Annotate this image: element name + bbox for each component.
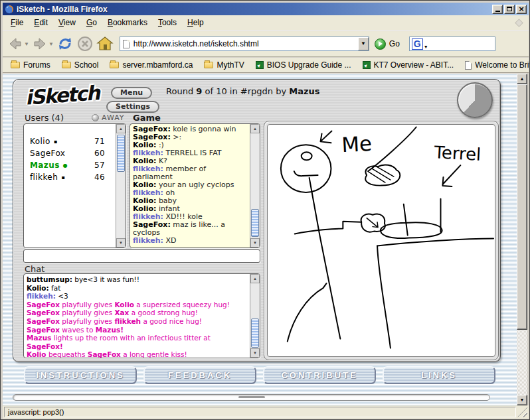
user-row-mazus[interactable]: Mazus●57 xyxy=(24,159,126,171)
chat-scrollbar[interactable]: ▲ ▼ xyxy=(250,274,260,358)
chat-messages: buttumsup: bye<3 it was fun!!Kolio: fatf… xyxy=(24,274,250,358)
scroll-thumb[interactable] xyxy=(117,135,125,172)
firefox-window: { "window": { "title": "iSketch - Mozill… xyxy=(0,0,530,420)
game-chat-scrollbar[interactable]: ▲ ▼ xyxy=(250,124,260,247)
minimize-button[interactable] xyxy=(492,5,503,14)
stop-button[interactable] xyxy=(76,35,94,53)
footer-buttons: INSTRUCTIONSFEEDBACKCONTRIBUTELINKS xyxy=(24,366,495,384)
url-bar[interactable]: ▼ xyxy=(120,36,369,51)
drawing-canvas[interactable]: Me Terrel xyxy=(267,124,495,357)
game-chat-line: SageFox: maz is like... a cyclops xyxy=(133,221,248,237)
forward-dropdown-icon[interactable]: ▼ xyxy=(48,41,54,47)
search-box[interactable]: G ▼ xyxy=(409,36,495,51)
bookmark-forums[interactable]: Forums xyxy=(11,60,50,70)
user-row-kolio[interactable]: Kolio▪71 xyxy=(24,135,126,147)
menu-view[interactable]: View xyxy=(53,16,81,29)
go-icon xyxy=(375,38,386,50)
game-settings-button[interactable]: Settings xyxy=(106,101,159,113)
forward-arrow-icon xyxy=(32,36,48,52)
title-bar[interactable]: iSketch - Mozilla Firefox × xyxy=(3,3,529,15)
sketch-mid-line xyxy=(404,204,408,236)
scroll-thumb[interactable] xyxy=(251,209,259,237)
url-input[interactable] xyxy=(132,39,358,48)
game-chat-line: flikkeh: XD xyxy=(133,237,248,245)
bookmark-bios-upgrade-guide[interactable]: BIOS Upgrade Guide ... xyxy=(256,60,351,70)
canvas-label-terrel: Terrel xyxy=(433,142,482,165)
window-title: iSketch - Mozilla Firefox xyxy=(17,5,491,14)
search-input[interactable] xyxy=(428,39,493,49)
scroll-thumb[interactable] xyxy=(517,84,527,330)
chat-line: Kolio: fat xyxy=(27,284,248,293)
nav-toolbar: ▼ ▼ ▼ Go G ▼ xyxy=(3,31,529,57)
go-button[interactable]: Go xyxy=(375,38,400,50)
menu-bookmarks[interactable]: Bookmarks xyxy=(102,16,153,29)
site-icon xyxy=(363,61,371,69)
game-chat-box: SageFox: kole is gonna winSageFox: >:Kol… xyxy=(130,123,260,248)
scroll-up-button[interactable]: ▲ xyxy=(250,124,260,133)
chat-line: SageFox waves to Mazus! xyxy=(27,326,248,334)
user-status-square-icon: ▪ xyxy=(54,139,58,145)
chat-line: SageFox playfully gives flikkeh a good n… xyxy=(27,317,248,326)
home-button[interactable] xyxy=(96,35,114,53)
sketch-right-leg xyxy=(377,245,391,348)
away-radio-icon[interactable] xyxy=(92,114,99,121)
bookmark-server-mbamford-ca[interactable]: server.mbamford.ca xyxy=(110,60,193,70)
scroll-down-button[interactable]: ▼ xyxy=(250,348,260,358)
forward-button[interactable]: ▼ xyxy=(31,35,54,52)
back-button[interactable]: ▼ xyxy=(7,35,30,52)
contribute-button[interactable]: CONTRIBUTE xyxy=(263,366,376,384)
bookmark-school[interactable]: School xyxy=(62,60,99,70)
back-dropdown-icon[interactable]: ▼ xyxy=(24,41,29,47)
url-dropdown-button[interactable]: ▼ xyxy=(358,37,369,50)
slider-handle-icon[interactable] xyxy=(238,396,265,398)
user-list-scrollbar[interactable]: ▲ ▼ xyxy=(116,124,126,247)
scroll-up-button[interactable]: ▲ xyxy=(517,74,527,84)
sketch-arm xyxy=(295,222,361,234)
folder-icon xyxy=(204,62,213,68)
user-row-sagefox[interactable]: SageFox60 xyxy=(24,147,126,159)
feedback-button[interactable]: FEEDBACK xyxy=(143,366,256,384)
sketch-terrel-arrow xyxy=(442,165,460,186)
google-icon[interactable]: G xyxy=(412,38,423,50)
scroll-thumb[interactable] xyxy=(251,318,259,348)
back-arrow-icon xyxy=(7,36,23,52)
bookmark-welcome-to-britannia[interactable]: Welcome to Britannia... xyxy=(465,60,530,70)
instructions-button[interactable]: INSTRUCTIONS xyxy=(24,366,137,384)
menu-edit[interactable]: Edit xyxy=(29,16,53,29)
guess-input[interactable] xyxy=(23,249,260,263)
chat-header: Chat xyxy=(25,264,44,274)
reload-icon xyxy=(56,35,74,52)
round-number: 9 xyxy=(196,86,202,96)
page-content: iSketch Menu Settings Round 9 of 10 in #… xyxy=(3,74,518,405)
scroll-down-button[interactable]: ▼ xyxy=(116,238,126,247)
close-button[interactable]: × xyxy=(516,5,527,14)
scroll-down-button[interactable]: ▼ xyxy=(250,238,260,247)
away-toggle[interactable]: AWAY xyxy=(92,113,125,122)
user-list-box: Kolio▪71SageFox60Mazus●57flikkeh▪46 ▲ ▼ xyxy=(23,123,126,248)
menu-file[interactable]: File xyxy=(5,16,29,29)
bottom-slider[interactable] xyxy=(13,394,490,401)
page-favicon xyxy=(123,40,130,48)
scroll-up-button[interactable]: ▲ xyxy=(116,124,126,133)
browser-vertical-scrollbar[interactable]: ▲ ▼ xyxy=(517,74,527,405)
bookmark-mythtv[interactable]: MythTV xyxy=(204,60,244,70)
search-engine-dropdown-icon[interactable]: ▼ xyxy=(424,44,428,49)
menu-help[interactable]: Help xyxy=(182,16,209,29)
throbber-icon xyxy=(515,19,523,27)
maximize-button[interactable] xyxy=(504,5,515,14)
reload-button[interactable] xyxy=(56,35,74,53)
scroll-up-button[interactable]: ▲ xyxy=(250,274,260,283)
menu-tools[interactable]: Tools xyxy=(153,16,182,29)
maximize-icon xyxy=(507,7,512,11)
user-row-flikkeh[interactable]: flikkeh▪46 xyxy=(24,171,126,183)
game-menu-button[interactable]: Menu xyxy=(111,87,152,99)
bookmark-kt7-overview-abit[interactable]: KT7 Overview - ABIT... xyxy=(363,60,454,70)
menu-go[interactable]: Go xyxy=(81,16,102,29)
sketch-shoe-laces xyxy=(369,167,394,182)
round-info: Round 9 of 10 in #rpgdn by Mazus xyxy=(166,86,320,96)
stop-icon xyxy=(76,35,94,52)
resize-grip-icon[interactable] xyxy=(517,407,527,417)
links-button[interactable]: LINKS xyxy=(383,366,495,384)
scroll-down-button[interactable]: ▼ xyxy=(517,395,527,405)
chat-line: Kolio bequeaths SageFox a long gentle ki… xyxy=(27,350,248,358)
